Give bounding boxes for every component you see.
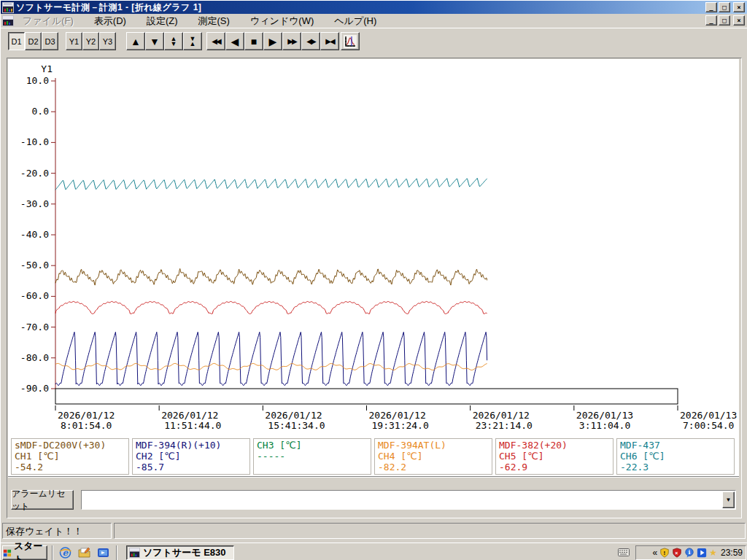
info-balloon-icon[interactable]: i <box>684 548 694 558</box>
status-message: 保存ウェイト！！ <box>2 523 112 539</box>
child-close-button[interactable]: × <box>733 15 745 26</box>
menu-help[interactable]: ヘルプ(H) <box>329 14 382 28</box>
media-window-icon[interactable] <box>97 547 109 559</box>
svg-text:2026/01/13: 2026/01/13 <box>680 410 737 421</box>
expand-vertical-button[interactable]: ▲ ▼ <box>164 32 183 50</box>
close-button[interactable]: × <box>733 2 745 12</box>
child-restore-button[interactable]: □ <box>719 15 730 26</box>
compress-vertical-button[interactable]: ▼ ▲ <box>183 32 202 50</box>
taskbar-separator <box>52 545 53 560</box>
menu-file[interactable]: ファイル(F) <box>18 14 79 28</box>
minimize-button[interactable]: _ <box>705 2 717 12</box>
fast-rewind-button[interactable]: ◀◀ <box>206 32 225 50</box>
star-tray-icon[interactable]: ★ <box>709 548 717 557</box>
svg-text:3:11:04.0: 3:11:04.0 <box>579 420 630 431</box>
menu-measure[interactable]: 測定(S) <box>193 14 234 28</box>
taskbar-clock: 23:59 <box>721 548 743 558</box>
y2-button[interactable]: Y2 <box>82 32 99 50</box>
channel-label: CH5 [℃] <box>499 451 610 462</box>
svg-text:×: × <box>675 551 678 556</box>
menu-window[interactable]: ウィンドウ(W) <box>245 14 319 28</box>
compress-horizontal-button[interactable]: ▶◀ <box>320 32 339 50</box>
channel-cell-ch1: sMDF-DC200V(+30) CH1 [℃] -54.2 <box>11 438 129 475</box>
start-label: スタート <box>14 540 47 560</box>
svg-text:2026/01/12: 2026/01/12 <box>473 410 530 421</box>
y3-button[interactable]: Y3 <box>99 32 116 50</box>
svg-text:!: ! <box>664 550 666 556</box>
line-chart-button[interactable] <box>341 32 360 50</box>
desktop: ソフトサーモ計測－計測1 - [折れ線グラフ 1] _ □ × ファイル(F) … <box>0 0 747 560</box>
d1-button[interactable]: D1 <box>8 32 25 50</box>
line-chart: Y110.00.0-10.0-20.0-30.0-40.0-50.0-60.0-… <box>8 59 739 437</box>
scroll-up-button[interactable]: ▲ <box>126 32 145 50</box>
restore-button[interactable]: □ <box>719 2 730 12</box>
scroll-left-button[interactable]: ◀ <box>225 32 244 50</box>
y1-button[interactable]: Y1 <box>66 32 82 50</box>
task-button-softthermo[interactable]: ソフトサーモ E830 <box>126 545 234 560</box>
security-warning-shield-icon[interactable]: ! <box>659 548 670 558</box>
alarm-reset-button[interactable]: アラームリセット <box>11 490 74 510</box>
down-arrow-icon: ▼ <box>150 36 160 47</box>
window-title: ソフトサーモ計測－計測1 - [折れ線グラフ 1] <box>16 1 201 14</box>
d2-button[interactable]: D2 <box>25 32 42 50</box>
svg-text:2026/01/12: 2026/01/12 <box>369 410 426 421</box>
compress-horizontal-icon: ▶◀ <box>325 36 333 47</box>
task-button-label: ソフトサーモ E830 <box>143 546 226 559</box>
status-bar: 保存ウェイト！！ <box>1 520 747 542</box>
menu-settings[interactable]: 設定(Z) <box>142 14 183 28</box>
channel-label: CH2 [℃] <box>136 451 247 462</box>
alarm-panel: アラームリセット ▼ <box>8 476 739 517</box>
child-minimize-button[interactable]: _ <box>705 15 717 26</box>
channel-cell-ch4: MDF-394AT(L) CH4 [℃] -82.2 <box>374 438 492 475</box>
scroll-right-button[interactable]: ▶ <box>263 32 282 50</box>
svg-text:0.0: 0.0 <box>32 106 49 117</box>
d3-button[interactable]: D3 <box>42 32 58 50</box>
stop-icon: ■ <box>251 36 257 47</box>
app-icon <box>129 548 140 558</box>
expand-horizontal-button[interactable]: ◀▶ <box>301 32 320 50</box>
toolbar: D1 D2 D3 Y1 Y2 Y3 ▲ ▼ ▲ ▼ ▼ ▲ ◀◀ ◀ ■ ▶ ▶… <box>1 28 747 53</box>
rewind-icon: ◀◀ <box>212 36 220 47</box>
combo-dropdown-button[interactable]: ▼ <box>722 491 735 508</box>
svg-text:23:21:14.0: 23:21:14.0 <box>476 420 533 431</box>
svg-text:7:00:54.0: 7:00:54.0 <box>683 420 734 431</box>
svg-text:-60.0: -60.0 <box>20 290 49 301</box>
expand-vertical-icon: ▲ ▼ <box>171 36 177 47</box>
child-window-icon[interactable] <box>2 15 14 26</box>
taskbar: スタート e ソフトサーモ <box>1 542 747 560</box>
channel-label: CH4 [℃] <box>378 451 489 462</box>
scroll-down-button[interactable]: ▼ <box>145 32 164 50</box>
keyboard-icon[interactable] <box>618 548 630 556</box>
internet-explorer-icon[interactable]: e <box>59 547 71 559</box>
alarm-combo-box[interactable]: ▼ <box>81 490 736 510</box>
menu-bar: ファイル(F) 表示(D) 設定(Z) 測定(S) ウィンドウ(W) ヘルプ(H… <box>1 14 747 28</box>
stop-button[interactable]: ■ <box>244 32 263 50</box>
svg-text:-80.0: -80.0 <box>20 352 49 363</box>
channel-name: MDF-394(R)(+10) <box>136 440 247 451</box>
svg-text:-20.0: -20.0 <box>20 168 49 179</box>
left-arrow-icon: ◀ <box>231 36 239 47</box>
taskbar-separator <box>116 545 117 560</box>
line-chart-icon <box>344 35 357 48</box>
channel-cell-ch5: MDF-382(+20) CH5 [℃] -62.9 <box>495 438 614 475</box>
alarm-combo-value[interactable] <box>82 491 722 508</box>
system-tray: « ! × i ★ 23:59 <box>635 545 746 560</box>
up-arrow-icon: ▲ <box>131 36 141 47</box>
security-alert-shield-icon[interactable]: × <box>672 548 682 558</box>
svg-text:11:51:44.0: 11:51:44.0 <box>164 420 221 431</box>
play-status-icon[interactable] <box>697 548 707 558</box>
compress-vertical-icon: ▼ ▲ <box>190 36 196 47</box>
windows-logo-icon <box>3 548 12 558</box>
svg-text:-30.0: -30.0 <box>20 198 49 209</box>
show-desktop-icon[interactable] <box>78 547 90 559</box>
channel-value: -54.2 <box>15 462 125 472</box>
menu-view[interactable]: 表示(D) <box>89 14 131 28</box>
tray-overflow-chevron[interactable]: « <box>653 548 658 557</box>
svg-text:-10.0: -10.0 <box>20 136 49 147</box>
svg-text:-40.0: -40.0 <box>20 229 49 240</box>
start-button[interactable]: スタート <box>2 545 47 560</box>
fast-forward-button[interactable]: ▶▶ <box>282 32 301 50</box>
svg-text:2026/01/12: 2026/01/12 <box>265 410 322 421</box>
svg-text:-90.0: -90.0 <box>20 383 49 394</box>
channel-label: CH1 [℃] <box>15 451 125 462</box>
